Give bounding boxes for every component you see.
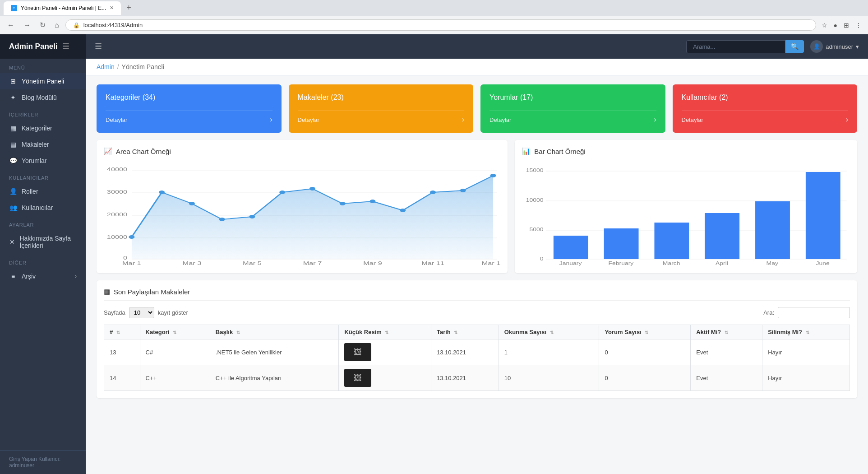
kullanicilar-card-link[interactable]: Detaylar — [682, 116, 703, 123]
makaleler-card-arrow: › — [462, 116, 464, 124]
thumbnail-image: 🖼 — [344, 343, 371, 361]
kullanicilar-card-arrow: › — [846, 116, 848, 124]
svg-point-18 — [340, 202, 346, 205]
app-wrapper: Admin Paneli ☰ MENÜ ⊞ Yönetim Paneli ✦ B… — [0, 34, 868, 474]
col-kategori[interactable]: Kategori ⇅ — [140, 325, 210, 339]
tab-title: Yönetim Paneli - Admin Paneli | E... — [21, 5, 106, 11]
makaleler-card-link[interactable]: Detaylar — [298, 116, 319, 123]
svg-rect-47 — [755, 201, 790, 259]
hamburger-icon[interactable]: ☰ — [62, 42, 69, 51]
bar-chart-icon: 📊 — [522, 147, 531, 155]
breadcrumb-admin-link[interactable]: Admin — [97, 63, 115, 70]
sidebar-item-hakkimizda[interactable]: ✕ Hakkımızda Sayfa İçerikleri — [0, 230, 86, 254]
svg-point-14 — [219, 218, 225, 221]
sidebar: Admin Paneli ☰ MENÜ ⊞ Yönetim Paneli ✦ B… — [0, 34, 86, 474]
svg-point-23 — [490, 174, 496, 177]
bar-chart-container: 15000 10000 5000 0 Janua — [522, 167, 850, 266]
yorumlar-card-link[interactable]: Detaylar — [489, 116, 511, 123]
sidebar-item-roller[interactable]: 👤 Roller — [0, 183, 86, 200]
col-silinmis[interactable]: Silinmiş Mi? ⇅ — [762, 325, 850, 339]
col-okunma[interactable]: Okunma Sayısı ⇅ — [499, 325, 599, 339]
dashboard-icon: ⊞ — [9, 78, 17, 85]
svg-text:Mar 3: Mar 3 — [183, 261, 202, 266]
col-yorum[interactable]: Yorum Sayısı ⇅ — [599, 325, 691, 339]
footer-line2: adminuser — [9, 462, 77, 469]
cell-aktif: Evet — [691, 365, 762, 391]
col-id[interactable]: # ⇅ — [104, 325, 140, 339]
cell-tarih: 13.10.2021 — [431, 339, 499, 365]
menu-btn[interactable]: ⋮ — [854, 20, 863, 31]
new-tab-button[interactable]: + — [124, 3, 134, 13]
topnav-hamburger-icon[interactable]: ☰ — [95, 42, 102, 51]
sidebar-brand-title: Admin Paneli — [9, 42, 58, 51]
breadcrumb-current: Yönetim Paneli — [122, 63, 164, 70]
per-page-select[interactable]: 10 25 50 100 — [129, 307, 154, 318]
top-nav: ☰ 🔍 👤 adminuser ▾ — [86, 34, 868, 59]
table-row: 13 C# .NET5 ile Gelen Yenilikler 🖼 13.10… — [104, 339, 850, 365]
forward-button[interactable]: → — [21, 19, 33, 31]
browser-tab[interactable]: Y Yönetim Paneli - Admin Paneli | E... ✕ — [4, 1, 121, 15]
extensions-btn[interactable]: ⊞ — [842, 20, 851, 31]
table-header-row: # ⇅ Kategori ⇅ Başlık ⇅ Küçük Resim ⇅ Ta… — [104, 325, 850, 339]
area-chart-svg: 40000 30000 20000 10000 0 — [104, 167, 500, 266]
sidebar-footer: Giriş Yapan Kullanıcı: adminuser — [0, 450, 86, 474]
kullanicilar-card: Kullanıcılar (2) Detaylar › — [673, 84, 858, 133]
svg-text:30000: 30000 — [107, 190, 127, 195]
table-body: 13 C# .NET5 ile Gelen Yenilikler 🖼 13.10… — [104, 339, 850, 391]
col-aktif[interactable]: Aktif Mi? ⇅ — [691, 325, 762, 339]
sidebar-label-blog: Blog Modülü — [22, 94, 57, 101]
kategoriler-card-title: Kategoriler (34) — [106, 93, 272, 102]
home-button[interactable]: ⌂ — [52, 19, 62, 31]
table-search-input[interactable] — [778, 307, 850, 318]
svg-text:Mar 7: Mar 7 — [303, 261, 322, 266]
profile-btn[interactable]: ● — [832, 20, 839, 31]
sidebar-item-arsiv[interactable]: ≡ Arşiv › — [0, 268, 86, 284]
cell-baslik: .NET5 ile Gelen Yenilikler — [210, 339, 339, 365]
sidebar-item-yorumlar[interactable]: 💬 Yorumlar — [0, 153, 86, 169]
makaleler-icon: ▤ — [9, 141, 17, 148]
breadcrumb: Admin / Yönetim Paneli — [97, 63, 857, 70]
search-button[interactable]: 🔍 — [785, 40, 804, 53]
makaleler-card: Makaleler (23) Detaylar › — [289, 84, 474, 133]
svg-text:January: January — [559, 261, 582, 266]
table-section-icon: ▦ — [104, 288, 110, 296]
back-button[interactable]: ← — [5, 19, 17, 31]
yorumlar-card: Yorumlar (17) Detaylar › — [480, 84, 665, 133]
cell-silinmis: Hayır — [762, 339, 850, 365]
bar-chart-svg: 15000 10000 5000 0 Janua — [522, 167, 850, 266]
address-bar[interactable]: 🔒 localhost:44319/Admin — [65, 19, 816, 31]
search-input[interactable] — [686, 40, 785, 53]
cell-id: 13 — [104, 339, 140, 365]
sidebar-item-kullanicilar[interactable]: 👥 Kullanıcılar — [0, 200, 86, 216]
main-content: ☰ 🔍 👤 adminuser ▾ Admin / — [86, 34, 868, 474]
col-tarih[interactable]: Tarih ⇅ — [431, 325, 499, 339]
user-menu-button[interactable]: 👤 adminuser ▾ — [810, 40, 859, 53]
icerikler-section-label: İÇERİKLER — [0, 106, 86, 120]
col-thumbnail[interactable]: Küçük Resim ⇅ — [339, 325, 431, 339]
browser-actions: ☆ ● ⊞ ⋮ — [820, 20, 863, 31]
kategoriler-card: Kategoriler (34) Detaylar › — [97, 84, 282, 133]
refresh-button[interactable]: ↻ — [37, 19, 48, 31]
svg-rect-43 — [655, 223, 689, 259]
kategoriler-card-footer: Detaylar › — [106, 111, 272, 124]
col-baslik[interactable]: Başlık ⇅ — [210, 325, 339, 339]
bookmark-btn[interactable]: ☆ — [820, 20, 829, 31]
svg-point-22 — [460, 189, 466, 192]
sidebar-item-yonetim-paneli[interactable]: ⊞ Yönetim Paneli — [0, 73, 86, 89]
topnav-right: 🔍 👤 adminuser ▾ — [686, 40, 859, 53]
tab-close-btn[interactable]: ✕ — [110, 5, 114, 11]
breadcrumb-separator: / — [117, 63, 119, 70]
content-area: Admin / Yönetim Paneli Kategoriler (34) … — [86, 59, 868, 474]
sidebar-item-blog-modulu[interactable]: ✦ Blog Modülü — [0, 89, 86, 106]
user-avatar: 👤 — [810, 40, 823, 53]
sidebar-item-makaleler[interactable]: ▤ Makaleler — [0, 136, 86, 153]
cell-okunma: 1 — [499, 339, 599, 365]
table-controls-left: Sayfada 10 25 50 100 kayıt göster — [104, 307, 188, 318]
svg-point-20 — [400, 209, 406, 212]
sidebar-item-kategoriler[interactable]: ▦ Kategoriler — [0, 120, 86, 136]
search-container: 🔍 — [686, 40, 804, 53]
kullanicilar-card-footer: Detaylar › — [682, 111, 849, 124]
area-chart-label: Area Chart Örneği — [116, 148, 171, 155]
kategoriler-card-link[interactable]: Detaylar — [106, 116, 127, 123]
kategoriler-icon: ▦ — [9, 125, 17, 132]
